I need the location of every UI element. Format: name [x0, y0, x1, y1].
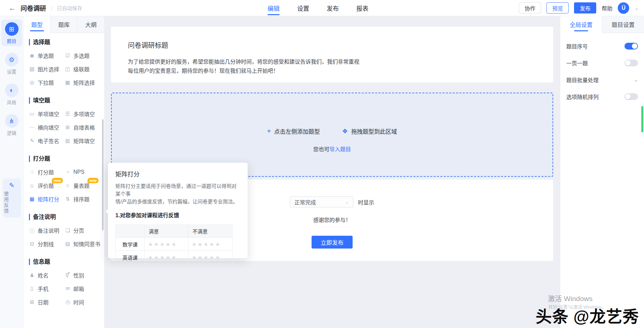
qtype-label: 级联题 — [73, 65, 90, 73]
tab-edit[interactable]: 编辑 — [267, 0, 280, 16]
question-number-toggle[interactable] — [624, 43, 638, 50]
qtype-date[interactable]: ⊞ 日期 — [29, 295, 65, 309]
rail-label: 风格 — [1, 99, 22, 105]
table-plus-icon: ⊞ — [65, 124, 71, 130]
qtype-dropdown[interactable]: ◎ 下拉题 — [29, 76, 65, 89]
qtype-image-choice[interactable]: ▧ 图片选择 — [29, 62, 65, 76]
gear-icon: ⚙ — [5, 53, 19, 66]
qtype-sort[interactable]: ⇅ 排序题 — [65, 192, 99, 206]
windows-activate-watermark: 激活 Windows — [548, 293, 593, 303]
click-hint-text: 点击左侧添加题型 — [274, 127, 320, 135]
qtype-rating[interactable]: ☝ 打分题 — [29, 165, 65, 179]
tab-question-types[interactable]: 题型 — [24, 16, 50, 33]
survey-description-line1: 为了给您提供更好的服务，希望您能抽出几分钟时间，将您的感受和建议告诉我们，我们非… — [128, 57, 536, 66]
qtype-matrix-rating[interactable]: ▦ 矩阵打分 — [29, 192, 65, 206]
qtype-evaluate[interactable]: ☺ 评价题new — [29, 179, 65, 192]
one-per-page-toggle[interactable] — [624, 60, 638, 66]
qtype-cascade[interactable]: ◫ 级联题 — [65, 62, 99, 76]
help-link[interactable]: 帮助 — [602, 4, 612, 12]
tab-report[interactable]: 报表 — [356, 0, 368, 16]
section-rating: 打分题 ☝ 打分题 ◔ NPS ☺ 评价题new ☆ — [29, 156, 99, 206]
qtype-auto-table[interactable]: ⊞ 自增表格 — [65, 121, 99, 134]
qtype-phone[interactable]: ▯ 手机 — [29, 282, 65, 295]
tab-settings[interactable]: 设置 — [297, 0, 309, 16]
section-title: 信息题 — [29, 259, 99, 265]
row-label-math: 数学课 — [116, 238, 145, 251]
rail-item-logic[interactable]: ⋔ 逻辑 — [1, 111, 22, 138]
tooltip-example-question: 1.对您参加对课程进行反馈 — [115, 211, 240, 219]
star-rating: ★★★★★ — [188, 251, 232, 264]
matrix-fill-icon: ▥ — [65, 138, 71, 144]
qtype-multi-choice[interactable]: ☑ 多选题 — [65, 49, 99, 62]
tab-publish[interactable]: 发布 — [327, 0, 339, 16]
rail-item-questions[interactable]: ⊞ 题目 — [1, 20, 22, 46]
lines-icon: ☰ — [65, 111, 71, 117]
divider-icon: ⊟ — [29, 241, 35, 247]
survey-description[interactable]: 为了给您提供更好的服务，希望您能抽出几分钟时间，将您的感受和建议告诉我们，我们非… — [128, 57, 536, 75]
back-arrow-icon[interactable]: ← — [9, 4, 16, 12]
qtype-gender[interactable]: ⚥ 性别 — [65, 268, 99, 282]
top-bar: ← 问卷调研 | 已自动保存 编辑 设置 发布 报表 协作 预览 发布 帮助 Ü… — [0, 0, 644, 16]
tab-question-bank[interactable]: 题库 — [50, 16, 77, 33]
section-info: 信息题 ♟ 姓名 ⚥ 性别 ▯ 手机 ✉ — [29, 259, 99, 309]
qtype-label: 时间 — [73, 298, 84, 306]
publish-button[interactable]: 发布 — [574, 2, 596, 13]
click-to-add-hint[interactable]: ⌖ 点击左侧添加题型 — [267, 127, 320, 135]
qtype-single-blank[interactable]: ▭ 单项填空 — [29, 107, 65, 121]
matrix-rating-tooltip: 矩阵打分 矩阵打分主要适用于问卷场景，通过一道题可以得到对某个事 情/产品的多维… — [108, 163, 248, 258]
panel-scrollbar[interactable] — [102, 119, 104, 230]
tab-question-settings[interactable]: 题目设置 — [602, 16, 644, 33]
preview-button[interactable]: 预览 — [546, 2, 569, 13]
rail-item-style[interactable]: ◐ 风格 — [1, 81, 22, 107]
qtype-name[interactable]: ♟ 姓名 — [29, 268, 65, 282]
section-title: 打分题 — [29, 156, 99, 162]
input-icon: ▭ — [29, 111, 35, 117]
qtype-consent[interactable]: ▤ 知情同意书 — [65, 237, 100, 251]
avatar-chevron-down-icon[interactable]: ⌄ — [635, 5, 639, 11]
qtype-signature[interactable]: ✎ 电子签名 — [29, 134, 65, 147]
setting-batch-process[interactable]: 题目批量处理 ⌄ — [560, 71, 644, 88]
rail-label: 题目 — [1, 37, 22, 44]
qtype-label: 日期 — [38, 298, 48, 306]
qtype-time[interactable]: ◷ 时间 — [65, 295, 99, 309]
dropdown-circle-icon: ◎ — [29, 79, 35, 86]
rail-item-settings[interactable]: ⚙ 设置 — [1, 50, 22, 77]
publish-now-button[interactable]: 立即发布 — [312, 236, 353, 249]
qtype-scale[interactable]: ☆ 量表题new — [65, 179, 99, 192]
grid-icon: ⊞ — [5, 22, 19, 36]
import-questions-link[interactable]: 导入题目 — [329, 146, 351, 152]
survey-header-card[interactable]: 问卷调研标题 为了给您提供更好的服务，希望您能抽出几分钟时间，将您的感受和建议告… — [111, 27, 553, 83]
qtype-email[interactable]: ✉ 邮箱 — [65, 282, 99, 295]
qtype-horizontal-blank[interactable]: ⋯ 横向填空 — [29, 121, 65, 134]
qtype-divider[interactable]: ⊟ 分割线 — [29, 237, 65, 251]
qtype-matrix-blank[interactable]: ▥ 矩阵填空 — [65, 134, 99, 147]
qtype-label: 性别 — [73, 271, 84, 279]
info-icon: ⓘ — [29, 227, 35, 234]
feedback-button[interactable]: ✎ 使用反馈 — [3, 178, 21, 218]
tab-outline[interactable]: 大纲 — [77, 16, 104, 33]
collaborate-button[interactable]: 协作 — [519, 2, 541, 13]
qtype-nps[interactable]: ◔ NPS — [65, 165, 99, 179]
survey-title[interactable]: 问卷调研标题 — [128, 40, 536, 50]
qtype-single-choice[interactable]: ◉ 单选题 — [29, 49, 65, 62]
select-value: 正常完成 — [294, 198, 316, 206]
qtype-pagination[interactable]: ❏ 分页 — [65, 224, 100, 237]
qtype-label: 多项填空 — [73, 110, 95, 118]
green-scrollbar-thumb[interactable] — [641, 106, 643, 132]
star-icon: ☆ — [65, 183, 71, 189]
qtype-matrix-choice[interactable]: ▦ 矩阵选择 — [65, 76, 99, 89]
sort-icon: ⇅ — [65, 196, 71, 202]
import-prefix: 您也可 — [313, 146, 329, 152]
thanks-text[interactable]: 感谢您的参与！ — [313, 216, 351, 224]
qtype-label: 备注说明 — [38, 226, 59, 234]
checkbox-icon: ☑ — [65, 53, 71, 59]
tab-global-settings[interactable]: 全局设置 — [560, 16, 602, 33]
qtype-multi-blank[interactable]: ☰ 多项填空 — [65, 107, 99, 121]
finish-condition-select[interactable]: 正常完成 ⌄ — [290, 196, 353, 207]
avatar[interactable]: Ü — [618, 2, 629, 14]
row-label-english: 英语课 — [116, 251, 145, 264]
qtype-note[interactable]: ⓘ 备注说明 — [29, 224, 65, 237]
randomize-options-toggle[interactable] — [624, 93, 638, 100]
survey-canvas: 问卷调研标题 为了给您提供更好的服务，希望您能抽出几分钟时间，将您的感受和建议告… — [105, 16, 560, 328]
collapse-chevron-down-icon[interactable]: ⌄ — [634, 77, 638, 83]
